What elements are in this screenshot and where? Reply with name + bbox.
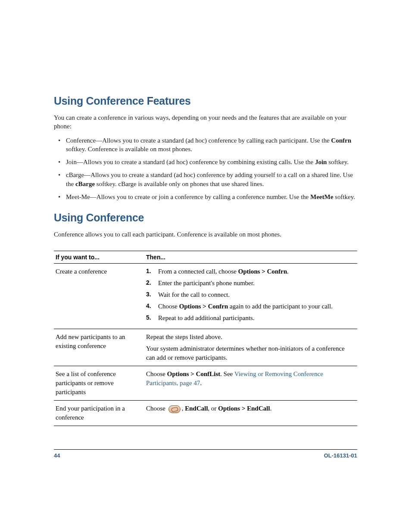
action-text: . xyxy=(270,405,272,412)
bullet-text: softkey. xyxy=(327,159,349,165)
step-text: From a connected call, choose xyxy=(158,268,238,275)
action-cell: From a connected call, choose Options > … xyxy=(144,264,357,329)
task-cell: Create a conference xyxy=(54,264,144,329)
page-number: 44 xyxy=(54,452,60,459)
heading-using-conference-features: Using Conference Features xyxy=(54,95,357,107)
action-text: . See xyxy=(220,370,234,377)
step-text: Repeat to add additional participants. xyxy=(158,314,255,321)
action-cell: Choose , EndCall, or Options > EndCall. xyxy=(144,401,357,426)
conference-intro: Conference allows you to call each parti… xyxy=(54,230,357,239)
document-id: OL-16131-01 xyxy=(324,452,357,459)
action-text: . xyxy=(200,380,202,386)
bullet-text: softkey. cBarge is available only on pho… xyxy=(95,180,264,187)
page-footer: 44 OL-16131-01 xyxy=(54,449,357,459)
softkey-name: MeetMe xyxy=(310,193,333,200)
menu-path: Options > Confrn xyxy=(179,303,228,310)
bullet-text: Conference—Allows you to create a standa… xyxy=(66,137,331,144)
feature-bullet-list: Conference—Allows you to create a standa… xyxy=(54,136,357,202)
menu-path: Options > Confrn xyxy=(238,268,287,275)
step-item: From a connected call, choose Options > … xyxy=(146,267,355,276)
menu-path: Options > ConfList xyxy=(167,370,221,377)
action-cell: Choose Options > ConfList. See Viewing o… xyxy=(144,366,357,401)
step-item: Repeat to add additional participants. xyxy=(146,314,355,323)
action-cell: Repeat the steps listed above. Your syst… xyxy=(144,329,357,366)
action-text: Choose xyxy=(146,370,167,377)
bullet-text: Meet-Me—Allows you to create or join a c… xyxy=(66,193,310,200)
end-call-icon xyxy=(168,405,181,413)
action-text: Your system administrator determines whe… xyxy=(146,344,355,362)
action-text: Repeat the steps listed above. xyxy=(146,333,355,342)
task-cell: See a list of conference participants or… xyxy=(54,366,144,401)
table-header-if: If you want to... xyxy=(54,251,144,264)
step-text: Wait for the call to connect. xyxy=(158,291,230,298)
intro-paragraph: You can create a conference in various w… xyxy=(54,113,357,131)
step-text: Choose xyxy=(158,303,179,310)
bullet-text: softkey. Conference is available on most… xyxy=(66,146,192,152)
softkey-name: Join xyxy=(315,159,327,165)
step-text: Enter the participant's phone number. xyxy=(158,280,255,286)
action-text: , or xyxy=(208,405,218,412)
task-cell: Add new participants to an existing conf… xyxy=(54,329,144,366)
menu-path: Options > EndCall xyxy=(218,405,270,412)
list-item: Conference—Allows you to create a standa… xyxy=(66,136,357,154)
step-text: . xyxy=(287,268,289,275)
document-page: Using Conference Features You can create… xyxy=(0,0,411,532)
heading-using-conference: Using Conference xyxy=(54,212,357,224)
list-item: Join—Allows you to create a standard (ad… xyxy=(66,158,357,166)
table-row: End your participation in a conference C… xyxy=(54,401,357,426)
table-row: Add new participants to an existing conf… xyxy=(54,329,357,366)
softkey-name: Confrn xyxy=(331,137,352,144)
table-row: See a list of conference participants or… xyxy=(54,366,357,401)
list-item: Meet-Me—Allows you to create or join a c… xyxy=(66,193,357,201)
task-cell: End your participation in a conference xyxy=(54,401,144,426)
step-text: again to add the participant to your cal… xyxy=(228,303,333,310)
table-header-then: Then... xyxy=(144,251,357,264)
softkey-name: cBarge xyxy=(75,180,95,187)
bullet-text: Join—Allows you to create a standard (ad… xyxy=(66,159,315,165)
step-item: Choose Options > Confrn again to add the… xyxy=(146,302,355,311)
procedure-table: If you want to... Then... Create a confe… xyxy=(54,251,357,426)
step-item: Wait for the call to connect. xyxy=(146,290,355,299)
bullet-text: softkey. xyxy=(333,193,355,200)
step-list: From a connected call, choose Options > … xyxy=(146,267,355,323)
list-item: cBarge—Allows you to create a standard (… xyxy=(66,171,357,188)
softkey-name: EndCall xyxy=(185,405,208,412)
action-text: Choose xyxy=(146,405,167,412)
step-item: Enter the participant's phone number. xyxy=(146,279,355,288)
table-row: Create a conference From a connected cal… xyxy=(54,264,357,329)
